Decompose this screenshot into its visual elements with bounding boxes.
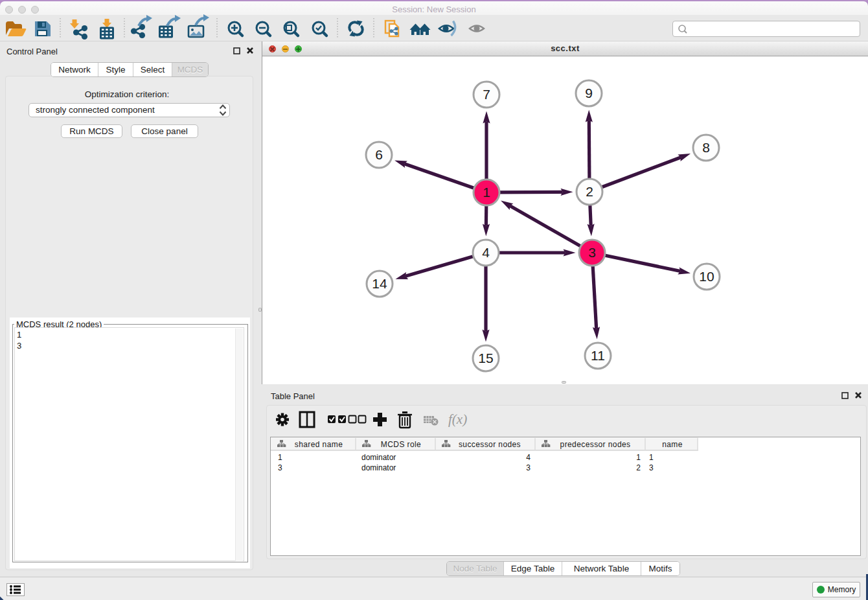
svg-text:f(x): f(x) xyxy=(448,411,467,427)
svg-text:shared name: shared name xyxy=(295,440,343,449)
svg-text:15: 15 xyxy=(478,351,493,365)
svg-text:4: 4 xyxy=(482,245,490,260)
svg-text:MCDS role: MCDS role xyxy=(381,440,421,449)
svg-text:6: 6 xyxy=(375,147,383,162)
svg-text:1: 1 xyxy=(483,185,490,200)
svg-text:11: 11 xyxy=(591,348,605,363)
svg-text:10: 10 xyxy=(699,269,714,284)
svg-text:7: 7 xyxy=(483,87,490,102)
svg-text:predecessor nodes: predecessor nodes xyxy=(560,440,631,449)
svg-text:name: name xyxy=(662,440,683,449)
svg-text:14: 14 xyxy=(372,276,387,291)
svg-text:9: 9 xyxy=(585,86,593,100)
svg-text:3: 3 xyxy=(588,245,596,260)
svg-text:2: 2 xyxy=(586,184,593,199)
svg-text:successor nodes: successor nodes xyxy=(459,440,521,449)
svg-text:8: 8 xyxy=(702,140,710,155)
